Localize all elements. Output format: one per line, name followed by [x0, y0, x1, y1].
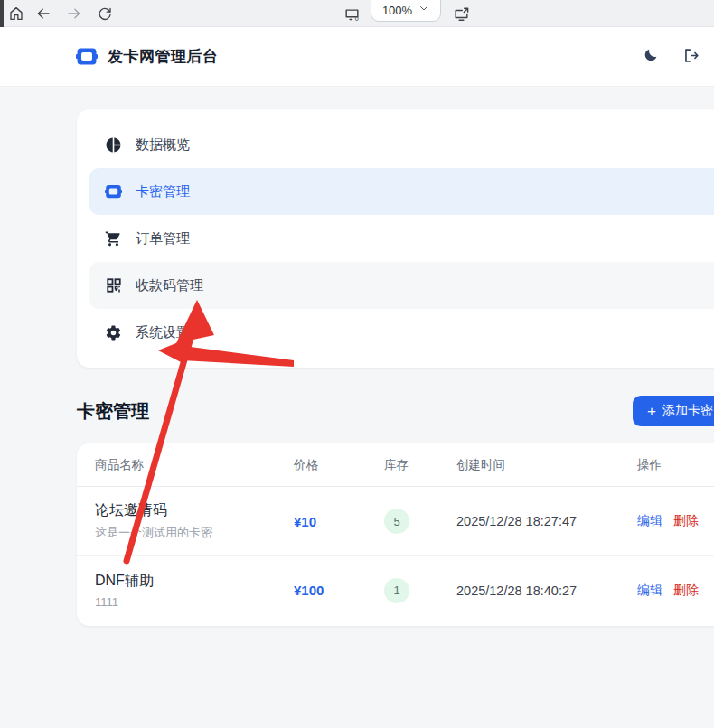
open-window-button[interactable] [450, 4, 472, 23]
dark-mode-toggle[interactable] [640, 46, 662, 68]
product-description: 1111 [95, 595, 294, 609]
device-preview-icon: 0 [343, 5, 361, 23]
qr-code-icon [105, 277, 122, 294]
card-list-table: 商品名称 价格 库存 创建时间 操作 论坛邀请码 这是一个测试用的卡密 ¥10 … [77, 443, 714, 626]
home-button[interactable] [5, 4, 27, 23]
product-name: 论坛邀请码 [95, 501, 294, 520]
menu-item-data-overview[interactable]: 数据概览 [89, 121, 714, 168]
add-card-button[interactable]: + 添加卡密 [633, 396, 714, 426]
reload-button[interactable] [94, 4, 116, 23]
delete-link[interactable]: 删除 [673, 513, 699, 529]
app-header: 发卡网管理后台 [0, 27, 714, 87]
app-title: 发卡网管理后台 [108, 46, 219, 67]
device-preview-button[interactable]: 0 [341, 4, 362, 23]
product-description: 这是一个测试用的卡密 [95, 525, 294, 541]
open-window-icon [453, 5, 470, 23]
chevron-down-icon [418, 1, 429, 17]
edit-link[interactable]: 编辑 [637, 513, 662, 529]
reload-icon [97, 5, 113, 22]
forward-button[interactable] [63, 4, 85, 23]
app-logo-card-icon [76, 48, 98, 65]
plus-icon: + [647, 404, 656, 419]
edit-link[interactable]: 编辑 [637, 583, 662, 599]
menu-item-order-management[interactable]: 订单管理 [89, 215, 714, 262]
product-name: DNF辅助 [95, 572, 294, 591]
window-edge-strip [0, 0, 4, 27]
logout-button[interactable] [680, 46, 701, 68]
table-row: 论坛邀请码 这是一个测试用的卡密 ¥10 5 2025/12/28 18:27:… [77, 487, 714, 555]
menu-item-label: 系统设置 [136, 324, 190, 341]
created-at: 2025/12/28 18:27:47 [456, 514, 637, 528]
stock-badge: 5 [384, 509, 409, 534]
section-header: 卡密管理 + 添加卡密 [77, 396, 714, 427]
delete-link[interactable]: 删除 [673, 583, 699, 599]
menu-item-label: 收款码管理 [136, 277, 203, 294]
product-price: ¥10 [294, 514, 384, 529]
menu-item-label: 数据概览 [136, 136, 190, 154]
back-arrow-icon [35, 5, 52, 22]
svg-text:0: 0 [354, 15, 358, 23]
zoom-select[interactable]: 100% [371, 0, 441, 22]
moon-icon [643, 47, 659, 66]
gear-icon [105, 324, 122, 341]
menu-item-label: 订单管理 [136, 230, 190, 247]
column-header-stock: 库存 [384, 457, 456, 473]
column-header-price: 价格 [294, 457, 384, 473]
menu-item-label: 卡密管理 [136, 183, 190, 201]
menu-item-system-settings[interactable]: 系统设置 [89, 309, 714, 356]
table-row: DNF辅助 1111 ¥100 1 2025/12/28 18:40:27 编辑… [77, 555, 714, 624]
menu-item-card-management[interactable]: 卡密管理 [89, 168, 714, 215]
menu-item-payment-code-management[interactable]: 收款码管理 [89, 262, 714, 309]
column-header-created-at: 创建时间 [456, 457, 637, 473]
browser-toolbar: 0 100% [0, 0, 714, 27]
add-card-button-label: 添加卡密 [662, 403, 713, 419]
created-at: 2025/12/28 18:40:27 [456, 583, 637, 598]
forward-arrow-icon [66, 5, 82, 22]
page-title: 卡密管理 [77, 396, 714, 427]
card-icon [105, 183, 122, 201]
column-header-product-name: 商品名称 [95, 457, 294, 473]
menu-card: 数据概览 卡密管理 订单管理 [77, 109, 714, 368]
back-button[interactable] [33, 4, 54, 23]
table-header-row: 商品名称 价格 库存 创建时间 操作 [77, 443, 714, 487]
product-price: ¥100 [294, 583, 384, 598]
cart-icon [105, 230, 122, 247]
stock-badge: 1 [384, 578, 409, 603]
home-icon [8, 5, 24, 22]
zoom-value: 100% [382, 4, 412, 17]
main-content: 数据概览 卡密管理 订单管理 [77, 109, 714, 626]
column-header-actions: 操作 [637, 457, 714, 473]
pie-chart-icon [105, 136, 122, 154]
logout-icon [682, 47, 700, 67]
